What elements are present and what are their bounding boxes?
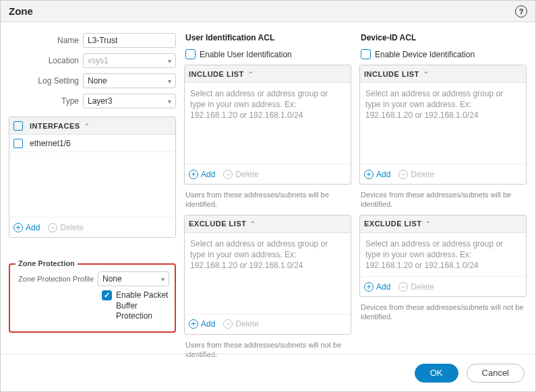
minus-icon: − (223, 319, 233, 329)
type-select[interactable]: Layer3▾ (83, 94, 176, 108)
device-exclude-hint: Devices from these addresses/subnets wil… (361, 302, 527, 322)
zone-protection-section: Zone Protection Zone Protection Profile … (9, 263, 176, 333)
user-exclude-delete-button[interactable]: −Delete (223, 319, 259, 329)
name-input[interactable]: L3-Trust (83, 33, 176, 48)
user-acl-title: User Identification ACL (184, 33, 351, 42)
chevron-down-icon: ▾ (161, 275, 165, 283)
device-include-delete-button[interactable]: −Delete (398, 170, 434, 179)
device-include-placeholder[interactable]: Select an address or address group or ty… (360, 83, 526, 164)
plus-icon: + (364, 282, 374, 292)
plus-icon: + (189, 170, 198, 179)
user-include-add-button[interactable]: +Add (189, 170, 215, 179)
titlebar: Zone ? (1, 1, 535, 22)
device-include-add-button[interactable]: +Add (364, 170, 390, 179)
device-acl-column: Device-ID ACL Enable Device Identificati… (359, 33, 527, 337)
zone-protection-profile-select[interactable]: None▾ (98, 271, 169, 286)
device-include-header[interactable]: INCLUDE LIST⌃ (360, 65, 526, 83)
ok-button[interactable]: OK (415, 364, 458, 383)
type-label: Type (9, 96, 83, 106)
user-exclude-placeholder[interactable]: Select an address or address group or ty… (185, 233, 351, 314)
name-label: Name (9, 36, 83, 45)
help-icon[interactable]: ? (515, 5, 527, 18)
interfaces-select-all-checkbox[interactable] (13, 121, 23, 131)
user-include-hint: Users from these addresses/subnets will … (185, 190, 351, 209)
table-row[interactable]: ethernet1/6 (9, 135, 175, 152)
user-exclude-header[interactable]: EXCLUDE LIST⌃ (185, 216, 351, 233)
interfaces-delete-button[interactable]: −Delete (48, 223, 84, 232)
device-acl-title: Device-ID ACL (359, 33, 527, 42)
user-include-header[interactable]: INCLUDE LIST⌃ (185, 65, 351, 83)
chevron-down-icon: ▾ (168, 77, 171, 85)
enable-user-id-label: Enable User Identification (200, 50, 292, 59)
chevron-down-icon: ▾ (168, 57, 171, 65)
logsetting-select[interactable]: None▾ (83, 73, 176, 88)
enable-device-id-checkbox[interactable] (361, 49, 371, 59)
minus-icon: − (398, 282, 408, 292)
device-include-list: INCLUDE LIST⌃ Select an address or addre… (359, 65, 527, 185)
interfaces-header[interactable]: INTERFACES ⌃ (9, 117, 175, 135)
enable-pbp-label: Enable Packet Buffer Protection (116, 290, 169, 322)
user-acl-column: User Identification ACL Enable User Iden… (184, 33, 351, 337)
enable-device-id-label: Enable Device Identification (375, 50, 475, 59)
interfaces-grid: INTERFACES ⌃ ethernet1/6 +Add −Delete (9, 117, 176, 238)
device-exclude-list: EXCLUDE LIST⌃ Select an address or addre… (359, 215, 527, 298)
user-exclude-list: EXCLUDE LIST⌃ Select an address or addre… (184, 215, 351, 335)
caret-up-icon: ⌃ (250, 220, 256, 227)
location-select[interactable]: vsys1▾ (83, 53, 176, 68)
zone-protection-profile-label: Zone Protection Profile (16, 275, 98, 283)
user-exclude-add-button[interactable]: +Add (189, 319, 215, 329)
cancel-button[interactable]: Cancel (467, 364, 525, 383)
column-general: Name L3-Trust Location vsys1▾ Log Settin… (9, 33, 176, 337)
device-exclude-placeholder[interactable]: Select an address or address group or ty… (360, 233, 526, 277)
caret-up-icon: ⌃ (423, 71, 429, 77)
user-include-delete-button[interactable]: −Delete (223, 170, 259, 179)
enable-user-id-checkbox[interactable] (185, 49, 196, 59)
zone-protection-legend: Zone Protection (16, 259, 78, 267)
logsetting-label: Log Setting (9, 76, 83, 86)
caret-up-icon: ⌃ (425, 220, 431, 227)
enable-pbp-checkbox[interactable] (102, 290, 112, 300)
zone-dialog: Zone ? Name L3-Trust Location vsys1▾ Log… (0, 0, 536, 392)
user-include-placeholder[interactable]: Select an address or address group or ty… (185, 83, 351, 164)
minus-icon: − (398, 170, 408, 179)
plus-icon: + (13, 223, 23, 232)
dialog-body: Name L3-Trust Location vsys1▾ Log Settin… (1, 22, 535, 346)
dialog-footer: OK Cancel (1, 354, 535, 391)
window-title: Zone (9, 5, 33, 17)
minus-icon: − (48, 223, 57, 232)
chevron-down-icon: ▾ (168, 98, 171, 105)
device-exclude-add-button[interactable]: +Add (364, 282, 390, 292)
device-exclude-header[interactable]: EXCLUDE LIST⌃ (360, 216, 526, 233)
interfaces-add-button[interactable]: +Add (13, 223, 40, 232)
user-include-list: INCLUDE LIST⌃ Select an address or addre… (184, 65, 351, 185)
minus-icon: − (223, 170, 233, 179)
plus-icon: + (189, 319, 198, 329)
device-exclude-delete-button[interactable]: −Delete (398, 282, 434, 292)
plus-icon: + (364, 170, 374, 179)
device-include-hint: Devices from these addresses/subnets wil… (361, 190, 527, 209)
location-label: Location (9, 56, 83, 65)
caret-up-icon: ⌃ (248, 71, 254, 77)
caret-up-icon: ⌃ (84, 123, 90, 129)
row-checkbox[interactable] (13, 139, 23, 148)
